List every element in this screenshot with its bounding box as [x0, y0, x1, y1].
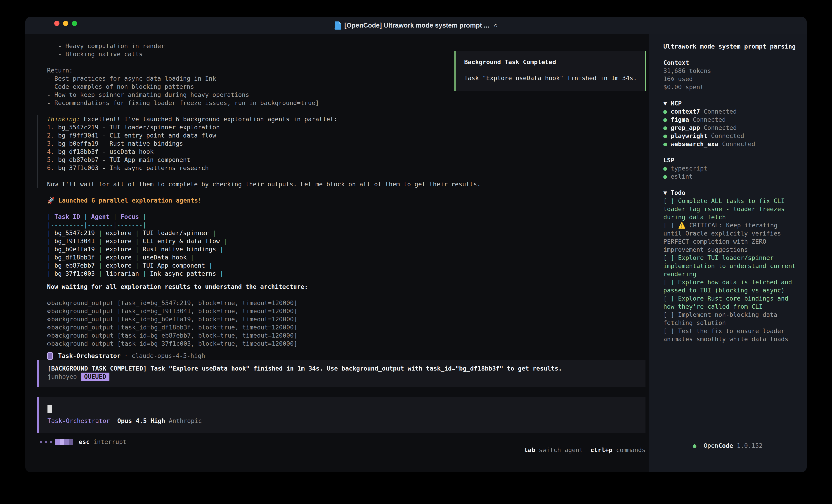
- todo-item: [ ] Test the fix to ensure loader animat…: [664, 327, 799, 343]
- context-header: Context: [664, 59, 798, 67]
- context-spent: $0.00 spent: [664, 83, 798, 91]
- ctrlp-key-hint: ctrl+p: [583, 446, 613, 453]
- transcript-line: - Heavy computation in render: [47, 42, 649, 50]
- agent-icon: [47, 352, 53, 360]
- agent-name: Task-Orchestrator: [58, 352, 121, 360]
- status-dot-icon: ●: [664, 173, 667, 180]
- status-dot-icon: ●: [693, 442, 700, 449]
- file-icon: [334, 22, 341, 30]
- spinner-status: esc interrupt: [40, 438, 126, 446]
- prompt-input[interactable]: Task-Orchestrator Opus 4.5 High Anthropi…: [37, 397, 646, 433]
- traffic-lights: [54, 21, 77, 26]
- agent-status-row: Task-Orchestrator · claude-opus-4-5-high: [47, 352, 649, 360]
- checkbox-icon: [ ]: [664, 311, 678, 318]
- transcript-area[interactable]: - Heavy computation in render - Blocking…: [25, 34, 649, 472]
- status-dot-icon: ●: [664, 132, 667, 139]
- table-row: | bg_b0effa19 | explore | Rust native bi…: [47, 245, 649, 253]
- table-header-row: | Task ID | Agent | Focus |: [47, 213, 649, 221]
- tool-call-line: ⚙background_output [task_id=bg_37f1c003,…: [47, 340, 649, 348]
- table-separator-row: |---------|-------|-------|: [47, 221, 649, 229]
- context-used: 16% used: [664, 75, 798, 83]
- announcement-line: 🚀Launched 6 parallel exploration agents!: [47, 196, 649, 204]
- background-task-panel: [BACKGROUND TASK COMPLETED] Task "Explor…: [37, 360, 646, 387]
- list-item: 2. bg_f9ff3041 - CLI entry point and dat…: [47, 132, 649, 140]
- maximize-button[interactable]: [72, 21, 77, 26]
- mcp-item: ●figma Connected: [664, 116, 798, 124]
- status-dot-icon: ●: [664, 108, 667, 115]
- gear-icon: ⚙: [47, 316, 51, 323]
- chevron-down-icon: ▼: [664, 100, 671, 107]
- mcp-section-header[interactable]: ▼ MCP: [664, 100, 798, 108]
- tool-call-line: ⚙background_output [task_id=bg_f9ff3041,…: [47, 307, 649, 315]
- tab-key-hint: tab: [524, 446, 536, 453]
- toast-notification[interactable]: Background Task Completed Task "Explore …: [454, 51, 646, 91]
- context-tokens: 31,686 tokens: [664, 67, 798, 75]
- status-dot-icon: ●: [664, 140, 667, 147]
- status-dot-icon: ●: [664, 116, 667, 123]
- window-title: [OpenCode] Ultrawork mode system prompt …: [344, 22, 489, 29]
- gear-icon: ⚙: [47, 308, 51, 314]
- queued-user: junhoyeo: [48, 373, 77, 380]
- thinking-outro: Now I'll wait for all of them to complet…: [47, 180, 649, 188]
- todo-section-header[interactable]: ▼ Todo: [664, 189, 798, 197]
- input-agent-name: Task-Orchestrator: [48, 417, 110, 425]
- gear-icon: ⚙: [47, 340, 51, 347]
- mcp-item: ●grep_app Connected: [664, 124, 798, 132]
- table-row: | bg_37f1c003 | librarian | Ink async pa…: [47, 270, 649, 278]
- waiting-line: Now waiting for all exploration results …: [47, 283, 649, 291]
- list-item: 1. bg_5547c219 - TUI loader/spinner expl…: [47, 123, 649, 132]
- tool-call-line: ⚙background_output [task_id=bg_eb87ebb7,…: [47, 332, 649, 340]
- warning-icon: ⚠️: [678, 222, 690, 229]
- table-row: | bg_eb87ebb7 | explore | TUI App compon…: [47, 261, 649, 270]
- checkbox-icon: [ ]: [664, 197, 678, 204]
- input-provider-name: Anthropic: [165, 417, 202, 425]
- mcp-item: ●playwright Connected: [664, 132, 798, 140]
- lsp-section-header[interactable]: LSP: [664, 156, 798, 164]
- lsp-item: ●typescript: [664, 164, 798, 172]
- checkbox-icon: [ ]: [664, 254, 678, 261]
- todo-item: [ ] Explore how data is fetched and pass…: [664, 278, 799, 295]
- status-bar: esc interrupt tab switch agent ctrl+p co…: [25, 438, 649, 446]
- todo-item: [ ] Implement non-blocking data fetching…: [664, 311, 799, 327]
- list-item: 5. bg_eb87ebb7 - TUI App main component: [47, 156, 649, 164]
- mcp-item: ●context7 Connected: [664, 108, 798, 116]
- close-button[interactable]: [54, 21, 59, 26]
- list-item: 6. bg_37f1c003 - Ink async patterns rese…: [47, 164, 649, 172]
- app-version-footer: ● OpenCode 1.0.152: [664, 433, 762, 458]
- window-title-wrap: [OpenCode] Ultrawork mode system prompt …: [334, 22, 498, 30]
- rocket-icon: 🚀: [47, 197, 55, 204]
- gear-icon: ⚙: [47, 300, 51, 306]
- checkbox-icon: [ ]: [664, 222, 678, 229]
- thinking-intro: Thinking: Excellent! I've launched 6 bac…: [47, 115, 649, 123]
- table-row: | bg_df18bb3f | explore | useData hook |: [47, 253, 649, 261]
- spinner-dot-icon: [40, 441, 42, 443]
- input-model-name: Opus 4.5 High: [110, 417, 165, 425]
- transcript-line: - Recommendations for fixing loader free…: [47, 99, 649, 107]
- background-task-message: [BACKGROUND TASK COMPLETED] Task "Explor…: [48, 364, 646, 372]
- keyboard-hints: tab switch agent ctrl+p commands: [488, 438, 646, 462]
- agent-model: claude-opus-4-5-high: [132, 352, 205, 360]
- tool-call-line: ⚙background_output [task_id=bg_5547c219,…: [47, 299, 649, 307]
- terminal-window: [OpenCode] Ultrawork mode system prompt …: [25, 17, 807, 472]
- spinner-dot-icon: [50, 441, 52, 443]
- todo-item: [ ] Complete ALL tasks to fix CLI loader…: [664, 197, 799, 221]
- chevron-down-icon: ▼: [664, 189, 671, 196]
- status-dot-icon: ●: [664, 165, 667, 172]
- notification-title: Background Task Completed: [464, 58, 645, 66]
- gear-icon: ⚙: [47, 332, 51, 339]
- mcp-item: ●websearch_exa Connected: [664, 140, 798, 148]
- table-row: | bg_f9ff3041 | explore | CLI entry & da…: [47, 237, 649, 245]
- checkbox-icon: [ ]: [664, 328, 678, 334]
- minimize-button[interactable]: [63, 21, 68, 26]
- text-cursor: [48, 404, 52, 413]
- esc-key-hint: esc: [79, 438, 90, 446]
- table-row: | bg_5547c219 | explore | TUI loader/spi…: [47, 229, 649, 237]
- notification-body: Task "Explore useData hook" finished in …: [464, 74, 645, 82]
- lsp-item: ●eslint: [664, 172, 798, 180]
- status-dot-icon: ●: [664, 124, 667, 131]
- proxy-circle-icon: ○: [494, 22, 498, 29]
- agent-selector[interactable]: Task-Orchestrator Opus 4.5 High Anthropi…: [48, 417, 646, 425]
- session-title: Ultrawork mode system prompt parsing: [664, 43, 798, 51]
- progress-spinner-icon: [64, 439, 69, 445]
- app-version: 1.0.152: [733, 442, 762, 449]
